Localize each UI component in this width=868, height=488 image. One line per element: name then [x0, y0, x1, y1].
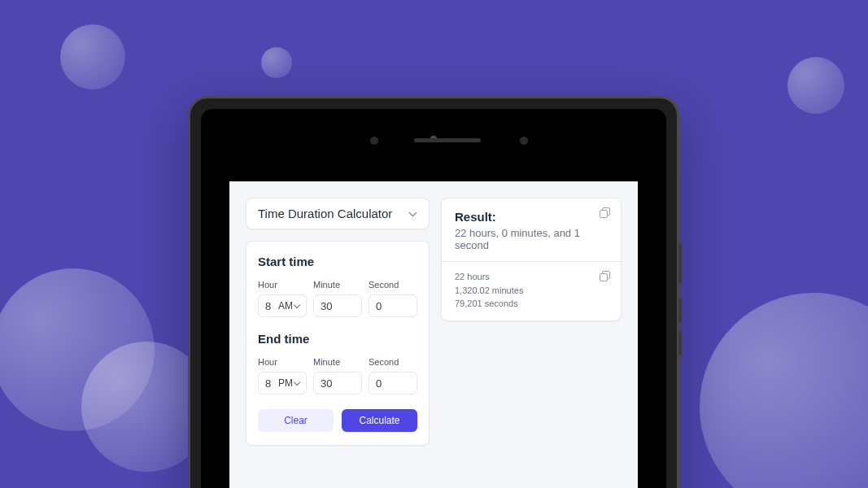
- tablet-frame: Time Duration Calculator Start time Hour…: [188, 96, 679, 488]
- end-ampm-select[interactable]: PM: [278, 377, 299, 389]
- end-time-row: Hour 8 PM Minute 30: [258, 357, 417, 394]
- start-second-field: Second 0: [369, 280, 417, 317]
- copy-icon[interactable]: [600, 271, 611, 282]
- time-form: Start time Hour 8 AM: [246, 241, 430, 446]
- end-hour-label: Hour: [258, 357, 307, 367]
- start-minute-input[interactable]: 30: [313, 294, 362, 317]
- tablet-bezel: Time Duration Calculator Start time Hour…: [201, 109, 666, 488]
- result-hours: 22 hours: [455, 270, 608, 284]
- end-second-label: Second: [369, 357, 417, 367]
- copy-icon[interactable]: [600, 207, 611, 219]
- start-hour-input[interactable]: 8 AM: [258, 294, 307, 317]
- result-minutes: 1,320.02 minutes: [455, 284, 608, 298]
- start-time-heading: Start time: [258, 255, 417, 268]
- app-screen: Time Duration Calculator Start time Hour…: [229, 181, 638, 488]
- start-hour-label: Hour: [258, 280, 307, 290]
- result-breakdown-card: 22 hours 1,320.02 minutes 79,201 seconds: [442, 262, 621, 320]
- start-hour-field: Hour 8 AM: [258, 280, 307, 317]
- decorative-sphere: [787, 57, 844, 114]
- sensor-icon: [520, 137, 528, 145]
- start-second-input[interactable]: 0: [369, 294, 417, 317]
- end-hour-value: 8: [265, 377, 275, 390]
- start-time-row: Hour 8 AM Minute 30: [258, 280, 417, 317]
- chevron-down-icon: [294, 302, 300, 308]
- end-second-field: Second 0: [369, 357, 417, 394]
- decorative-sphere: [700, 293, 868, 488]
- decorative-sphere: [60, 24, 125, 89]
- start-minute-label: Minute: [313, 280, 362, 290]
- end-ampm-value: PM: [278, 377, 293, 389]
- end-hour-input[interactable]: 8 PM: [258, 372, 307, 394]
- start-ampm-value: AM: [278, 300, 293, 312]
- result-seconds: 79,201 seconds: [455, 297, 608, 311]
- tablet-volume-down: [678, 331, 682, 355]
- result-summary-card: Result: 22 hours, 0 minutes, and 1 secon…: [442, 198, 621, 262]
- decorative-sphere: [261, 47, 292, 78]
- clear-button[interactable]: Clear: [258, 409, 334, 432]
- left-column: Time Duration Calculator Start time Hour…: [246, 198, 430, 488]
- end-minute-field: Minute 30: [313, 357, 362, 394]
- tablet-power-button: [678, 243, 682, 284]
- calculator-selector-label: Time Duration Calculator: [258, 207, 392, 220]
- sensor-icon: [370, 137, 378, 145]
- tablet-volume-up: [678, 298, 682, 323]
- speaker-icon: [414, 138, 481, 142]
- result-summary: 22 hours, 0 minutes, and 1 second: [455, 227, 608, 251]
- chevron-down-icon: [294, 379, 300, 386]
- calculate-button[interactable]: Calculate: [342, 409, 417, 432]
- right-column: Result: 22 hours, 0 minutes, and 1 secon…: [441, 198, 622, 488]
- calculator-selector[interactable]: Time Duration Calculator: [246, 198, 430, 229]
- end-minute-input[interactable]: 30: [313, 372, 362, 394]
- start-minute-field: Minute 30: [313, 280, 362, 317]
- result-panel: Result: 22 hours, 0 minutes, and 1 secon…: [441, 198, 622, 321]
- start-ampm-select[interactable]: AM: [278, 300, 299, 312]
- start-hour-value: 8: [265, 300, 275, 312]
- start-second-label: Second: [369, 280, 417, 290]
- end-minute-label: Minute: [313, 357, 362, 367]
- end-second-input[interactable]: 0: [369, 372, 417, 394]
- end-time-heading: End time: [258, 332, 417, 346]
- button-row: Clear Calculate: [258, 409, 417, 432]
- end-hour-field: Hour 8 PM: [258, 357, 307, 394]
- chevron-down-icon: [409, 210, 417, 218]
- result-title: Result:: [455, 210, 608, 224]
